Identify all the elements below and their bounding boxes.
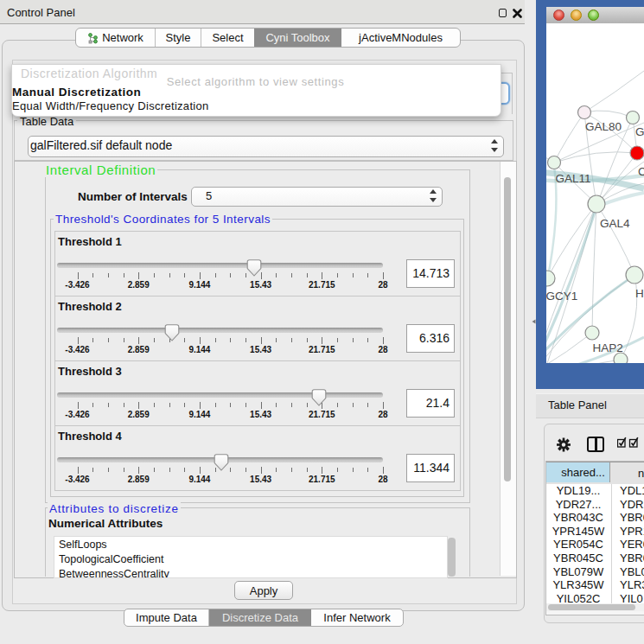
- svg-text:GCY1: GCY1: [546, 290, 577, 303]
- svg-text:GAL4: GAL4: [600, 217, 630, 230]
- svg-text:C: C: [638, 165, 644, 178]
- svg-text:HAP2: HAP2: [593, 341, 623, 354]
- svg-text:H: H: [635, 287, 644, 300]
- svg-text:GAL11: GAL11: [556, 172, 591, 185]
- svg-text:GA: GA: [635, 125, 644, 138]
- svg-text:GAL80: GAL80: [585, 120, 622, 133]
